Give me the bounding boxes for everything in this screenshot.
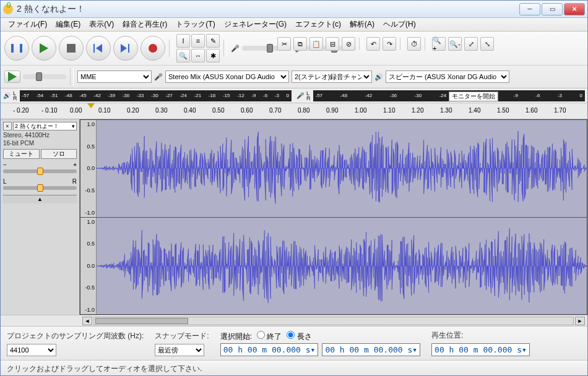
play-position-time[interactable]: 00 h 00 m 00.000 s▾	[431, 343, 530, 356]
meter-lr-label-2: LR	[306, 91, 311, 101]
pan-slider[interactable]	[3, 186, 77, 190]
pause-button[interactable]	[4, 36, 29, 61]
cut-button[interactable]: ✂	[277, 37, 291, 51]
mic-icon-2: 🎤	[154, 73, 163, 81]
menu-tracks[interactable]: トラック(T)	[172, 18, 218, 31]
playhead-cursor-icon[interactable]	[87, 103, 95, 108]
input-device-select[interactable]: Stereo Mix (ASUS Xonar DG Audio	[165, 70, 289, 83]
fit-selection-button[interactable]: ⤢	[464, 37, 478, 51]
timeshift-tool[interactable]: ↔	[191, 49, 205, 62]
selection-end-time[interactable]: 00 h 00 m 00.000 s▾	[322, 343, 420, 356]
menu-help[interactable]: ヘルプ(H)	[379, 18, 420, 31]
toolbars: I ≡ ✎ 🔍 ↔ ✱ 🎤 🔊 MME 🎤 Stereo Mix (ASUS X…	[1, 32, 587, 88]
skip-start-button[interactable]	[86, 36, 111, 61]
gain-slider[interactable]	[3, 169, 77, 173]
playback-meter[interactable]: -57-54-51-48-45-42-39-36-33-30-27-24-21-…	[20, 90, 292, 101]
trim-button[interactable]: ⊟	[326, 37, 339, 51]
collapse-button[interactable]: ▲	[3, 195, 77, 203]
play-position-label: 再生位置:	[431, 330, 530, 341]
undo-button[interactable]: ↶	[366, 37, 380, 51]
app-icon	[3, 4, 13, 14]
waveform-left[interactable]	[97, 120, 587, 217]
menu-file[interactable]: ファイル(F)	[4, 18, 51, 31]
channels-select[interactable]: 2(ステレオ)録音チャンネ	[292, 70, 372, 83]
track-close-button[interactable]: ×	[3, 122, 12, 130]
snap-select[interactable]: 最近傍	[155, 344, 204, 356]
rec-meter-icon: 🎤	[294, 92, 306, 99]
record-button[interactable]	[141, 36, 165, 61]
ruler-tick: 1.60	[525, 107, 537, 114]
ruler-tick: 0.60	[241, 107, 253, 114]
output-device-select[interactable]: スピーカー (ASUS Xonar DG Audio	[386, 70, 509, 83]
minimize-button[interactable]: ─	[519, 3, 540, 15]
scrollbar-thumb[interactable]	[95, 318, 188, 324]
stop-button[interactable]	[59, 36, 84, 61]
ruler-tick: 1.10	[383, 107, 395, 114]
horizontal-scrollbar[interactable]: ◄ ►	[1, 315, 587, 327]
window-title: 2 熱くなれよー！	[17, 4, 518, 15]
waveform-view[interactable]: 1.00.50.0-0.5-1.0 1.00.50.0-0.5-1.0	[80, 119, 587, 315]
meters-row: 🔊 LR -57-54-51-48-45-42-39-36-33-30-27-2…	[1, 88, 587, 103]
end-radio[interactable]: 終了	[257, 331, 282, 342]
draw-tool[interactable]: ✎	[206, 34, 220, 48]
menu-transport[interactable]: 録音と再生(r)	[119, 18, 171, 31]
ruler-tick: 1.30	[440, 107, 452, 114]
status-bar: クリックおよびドラッグしてオーディオを選択して下さい.	[1, 361, 587, 375]
ruler-tick: - 0.20	[13, 107, 29, 114]
scroll-right-button[interactable]: ►	[575, 317, 585, 325]
selection-start-time[interactable]: 00 h 00 m 00.000 s▾	[220, 343, 319, 356]
play-button[interactable]	[32, 36, 56, 61]
ruler-tick: 0.20	[127, 107, 139, 114]
maximize-button[interactable]: ▭	[542, 3, 563, 15]
multi-tool[interactable]: ✱	[206, 49, 220, 62]
ruler-tick: 0.50	[212, 107, 224, 114]
ruler-tick: - 0.10	[41, 107, 58, 114]
ruler-tick: 0.40	[184, 107, 196, 114]
selection-tool[interactable]: I	[176, 34, 190, 48]
meter-lr-label: LR	[13, 91, 17, 101]
zoom-in-button[interactable]: 🔍+	[432, 37, 446, 51]
menu-generate[interactable]: ジェネレーター(G)	[220, 18, 290, 31]
selection-bar: プロジェクトのサンプリング周波数 (Hz): 44100 スナップモード: 最近…	[1, 327, 587, 361]
speed-slider[interactable]	[23, 74, 66, 79]
redo-button[interactable]: ↷	[383, 37, 396, 51]
ruler-tick: 1.70	[554, 107, 566, 114]
paste-button[interactable]: 📋	[309, 37, 323, 51]
menu-edit[interactable]: 編集(E)	[52, 18, 84, 31]
mute-button[interactable]: ミュート	[3, 149, 40, 159]
ruler-tick: 0.30	[155, 107, 167, 114]
menu-effect[interactable]: エフェクト(c)	[292, 18, 345, 31]
sample-rate-select[interactable]: 44100	[7, 344, 56, 356]
track-bits-label: 16-bit PCM	[3, 140, 77, 147]
sample-rate-label: プロジェクトのサンプリング周波数 (Hz):	[7, 331, 144, 341]
menu-analyze[interactable]: 解析(A)	[346, 18, 378, 31]
ruler-tick: 0.70	[269, 107, 281, 114]
snap-label: スナップモード:	[155, 331, 209, 341]
waveform-right[interactable]	[97, 218, 587, 315]
zoom-out-button[interactable]: 🔍-	[448, 37, 462, 51]
play-meter-icon: 🔊	[1, 92, 13, 99]
titlebar: 2 熱くなれよー！ ─ ▭ ✕	[1, 1, 587, 18]
skip-end-button[interactable]	[113, 36, 138, 61]
sync-lock-button[interactable]: ⏱	[407, 37, 421, 51]
wave-scale-right: 1.00.50.0-0.5-1.0	[80, 218, 97, 315]
zoom-tool[interactable]: 🔍	[176, 49, 190, 62]
monitor-start-label[interactable]: モニターを開始	[449, 92, 498, 101]
envelope-tool[interactable]: ≡	[191, 34, 205, 48]
recording-meter[interactable]: -57-48-42-36-30-24-18-12-9-6-30 モニターを開始	[313, 90, 586, 101]
close-button[interactable]: ✕	[564, 3, 585, 15]
play-at-speed-button[interactable]	[4, 70, 20, 83]
scroll-left-button[interactable]: ◄	[82, 317, 92, 325]
audio-host-select[interactable]: MME	[77, 70, 152, 83]
ruler-tick: 0.10	[98, 107, 110, 114]
copy-button[interactable]: ⧉	[293, 37, 307, 51]
length-radio[interactable]: 長さ	[287, 331, 311, 342]
scrollbar-track[interactable]	[93, 317, 574, 325]
solo-button[interactable]: ソロ	[41, 149, 77, 159]
ruler-tick: 1.50	[497, 107, 509, 114]
silence-button[interactable]: ⊘	[342, 37, 355, 51]
track-menu[interactable]: 2 熱くなれよー！▾	[13, 122, 77, 130]
timeline-ruler[interactable]: - 0.20- 0.100.000.100.200.300.400.500.60…	[1, 103, 587, 119]
fit-project-button[interactable]: ⤡	[480, 37, 494, 51]
menu-view[interactable]: 表示(V)	[85, 18, 118, 31]
